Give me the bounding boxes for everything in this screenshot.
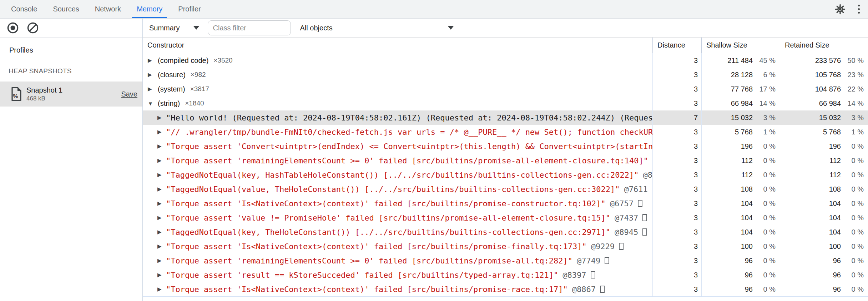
chevron-down-icon [193,26,199,30]
string-instance-row[interactable]: "Hello world! (Requested at: 2024-08-19T… [143,110,868,125]
expand-arrow-icon[interactable] [157,186,163,192]
distance-cell: 3 [652,153,701,168]
expand-arrow-icon[interactable] [157,114,163,121]
expand-arrow-icon[interactable] [157,243,163,250]
profiles-heading: Profiles [9,46,142,54]
column-header-shallow-size[interactable]: Shallow Size [701,38,780,53]
object-id: @9229 [591,242,615,251]
shallow-size-cell: 1960 % [701,139,780,153]
string-value: "Torque assert 'Is<NativeContext>(contex… [166,199,606,208]
object-id: @8867 [572,285,596,294]
retained-size-cell: 1120 % [780,168,868,182]
save-snapshot-link[interactable]: Save [121,90,137,98]
shallow-size-cell: 1040 % [701,225,780,239]
tab-memory[interactable]: Memory [131,0,168,18]
retained-size-cell: 1040 % [780,211,868,225]
clear-profiles-button[interactable] [26,21,39,34]
expand-arrow-icon[interactable] [157,272,163,278]
sidebar-toolbar [0,19,142,38]
placeholder-glyph-icon [642,214,647,221]
expand-arrow-icon[interactable] [157,257,163,264]
object-id: @7611 [624,185,648,194]
string-instance-row[interactable]: "TaggedNotEqual(key, TheHoleConstant()) … [143,225,868,239]
placeholder-glyph-icon [591,271,595,278]
string-instance-row[interactable]: "Torque assert 'remainingElementsCount >… [143,253,868,268]
constructor-group-row[interactable]: (string) ×1840 3 66 98414 % 66 98414 % [143,96,868,110]
heap-snapshot-data-grid: Constructor Distance Shallow Size Retain… [143,38,868,301]
shallow-size-cell: 1000 % [701,239,780,253]
string-value: "// .wrangler/tmp/bundle-FmNIt0/checked-… [166,128,652,137]
expand-arrow-icon[interactable] [157,157,163,164]
string-instance-row[interactable]: "Torque assert 'Is<NativeContext>(contex… [143,239,868,253]
tab-profiler[interactable]: Profiler [172,0,207,18]
expand-arrow-icon[interactable] [148,100,153,107]
expand-arrow-icon[interactable] [148,86,153,92]
shallow-size-cell: 1040 % [701,211,780,225]
more-options-button[interactable] [849,0,868,18]
string-instance-row[interactable]: "Torque assert 'Convert<uintptr>(endInde… [143,139,868,153]
tab-sources[interactable]: Sources [47,0,85,18]
svg-text:%: % [13,93,18,100]
perspective-select[interactable]: Summary [149,24,199,32]
string-instance-row[interactable]: "TaggedNotEqual(value, TheHoleConstant()… [143,182,868,196]
string-instance-row[interactable]: "Torque assert 'Is<NativeContext>(contex… [143,282,868,296]
expand-arrow-icon[interactable] [157,286,163,292]
string-value: "Torque assert 'remainingElementsCount >… [166,156,648,165]
expand-arrow-icon[interactable] [157,200,163,207]
tabbar-divider [827,5,827,14]
record-heap-snapshot-button[interactable] [6,21,19,34]
string-instance-row[interactable]: "Torque assert 'result == kStoreSucceded… [143,268,868,282]
object-id: @7437 [615,213,638,222]
constructor-group-row[interactable]: (system) ×3817 3 77 76817 % 104 87622 % [143,82,868,96]
string-value: "Torque assert 'Convert<uintptr>(endInde… [166,142,652,151]
distance-cell: 3 [652,168,701,182]
tab-network[interactable]: Network [89,0,127,18]
tab-console[interactable]: Console [5,0,43,18]
class-filter-input[interactable] [208,20,291,35]
string-value: "TaggedNotEqual(key, HashTableHoleConsta… [166,171,639,179]
devtools-window: ConsoleSourcesNetworkMemoryProfiler [0,0,868,301]
distance-cell: 3 [652,239,701,253]
string-instance-row[interactable]: "// .wrangler/tmp/bundle-FmNIt0/checked-… [143,125,868,139]
retained-size-cell: 105 76823 % [780,68,868,82]
expand-arrow-icon[interactable] [157,143,163,149]
column-header-constructor[interactable]: Constructor [143,38,652,53]
string-instance-row[interactable]: "TaggedNotEqual(key, HashTableHoleConsta… [143,168,868,182]
string-value: "Hello world! (Requested at: 2024-08-19T… [166,113,652,122]
retained-size-cell: 1040 % [780,225,868,239]
distance-cell: 3 [652,225,701,239]
expand-arrow-icon[interactable] [148,71,153,78]
expand-arrow-icon[interactable] [157,214,163,221]
constructor-name: (compiled code) [158,56,208,65]
sidebar-item-snapshot-1[interactable]: % Snapshot 1 468 kB Save [0,82,142,107]
column-header-distance[interactable]: Distance [652,38,701,53]
shallow-size-cell: 1080 % [701,182,780,196]
retained-size-cell: 1000 % [780,239,868,253]
instance-count: ×3520 [213,56,232,64]
grid-header-row: Constructor Distance Shallow Size Retain… [143,38,868,53]
tab-strip: ConsoleSourcesNetworkMemoryProfiler [5,0,211,18]
shallow-size-cell: 1120 % [701,153,780,168]
constructor-group-row[interactable]: (compiled code) ×3520 3 211 48445 % 233 … [143,53,868,68]
retained-size-cell: 1120 % [780,153,868,168]
constructor-group-row[interactable]: (closure) ×982 3 28 1286 % 105 76823 % [143,68,868,82]
tabbar-spacer [211,0,823,18]
expand-arrow-icon[interactable] [157,172,163,178]
gear-icon [834,4,846,15]
shallow-size-cell: 960 % [701,268,780,282]
string-instance-row[interactable]: "Torque assert 'remainingElementsCount >… [143,153,868,168]
string-value: "Torque assert 'remainingElementsCount >… [166,256,572,265]
string-instance-row[interactable]: "Torque assert 'value != PromiseHole' fa… [143,211,868,225]
distance-cell: 3 [652,196,701,211]
expand-arrow-icon[interactable] [157,129,163,135]
object-id: @8945 [615,228,638,237]
object-id: @6757 [610,199,634,208]
content-split: Profiles HEAP SNAPSHOTS % Snapshot 1 468… [0,19,868,301]
expand-arrow-icon[interactable] [157,229,163,235]
expand-arrow-icon[interactable] [148,57,153,64]
column-header-retained-size[interactable]: Retained Size [780,38,868,53]
settings-button[interactable] [831,0,849,18]
instance-count: ×1840 [185,99,204,107]
string-instance-row[interactable]: "Torque assert 'Is<NativeContext>(contex… [143,196,868,211]
objects-scope-select[interactable]: All objects [300,24,457,32]
